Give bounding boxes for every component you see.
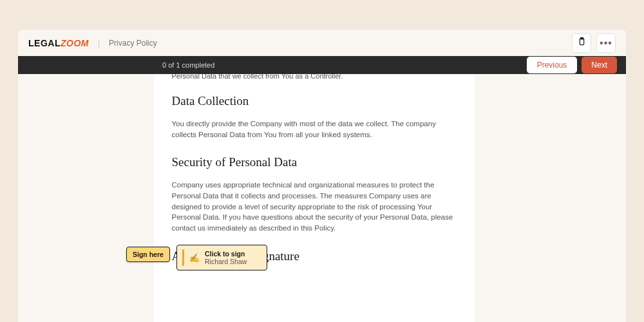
document-cut-line: Personal Data that we collect from You a… bbox=[172, 74, 457, 79]
logo: LEGALZOOM bbox=[28, 38, 89, 48]
content-area: Personal Data that we collect from You a… bbox=[18, 74, 626, 322]
sign-here-flag[interactable]: Sign here bbox=[126, 247, 170, 262]
paragraph: Company uses appropriate technical and o… bbox=[172, 180, 457, 233]
signature-icon: ✍ bbox=[189, 253, 200, 263]
app-header: LEGALZOOM | Privacy Policy ••• bbox=[18, 30, 626, 56]
previous-button[interactable]: Previous bbox=[527, 57, 578, 73]
paragraph: You directly provide the Company with mo… bbox=[172, 118, 457, 140]
heading-security: Security of Personal Data bbox=[172, 155, 457, 169]
more-icon: ••• bbox=[600, 37, 612, 49]
document: Personal Data that we collect from You a… bbox=[154, 74, 475, 322]
signature-title: Click to sign bbox=[205, 250, 247, 258]
breadcrumb: Privacy Policy bbox=[109, 39, 157, 48]
clipboard-button[interactable] bbox=[572, 33, 591, 53]
svg-rect-1 bbox=[580, 37, 583, 39]
next-button[interactable]: Next bbox=[582, 57, 617, 73]
progress-bar: 0 of 1 completed Previous Next bbox=[18, 56, 626, 74]
progress-text: 0 of 1 completed bbox=[162, 61, 214, 69]
more-button[interactable]: ••• bbox=[596, 33, 616, 53]
signature-name: Richard Shaw bbox=[205, 258, 247, 265]
clipboard-icon bbox=[577, 37, 587, 49]
heading-data-collection: Data Collection bbox=[172, 94, 457, 108]
breadcrumb-divider: | bbox=[98, 39, 100, 48]
signature-field[interactable]: ✍ Click to sign Richard Shaw bbox=[176, 245, 267, 270]
